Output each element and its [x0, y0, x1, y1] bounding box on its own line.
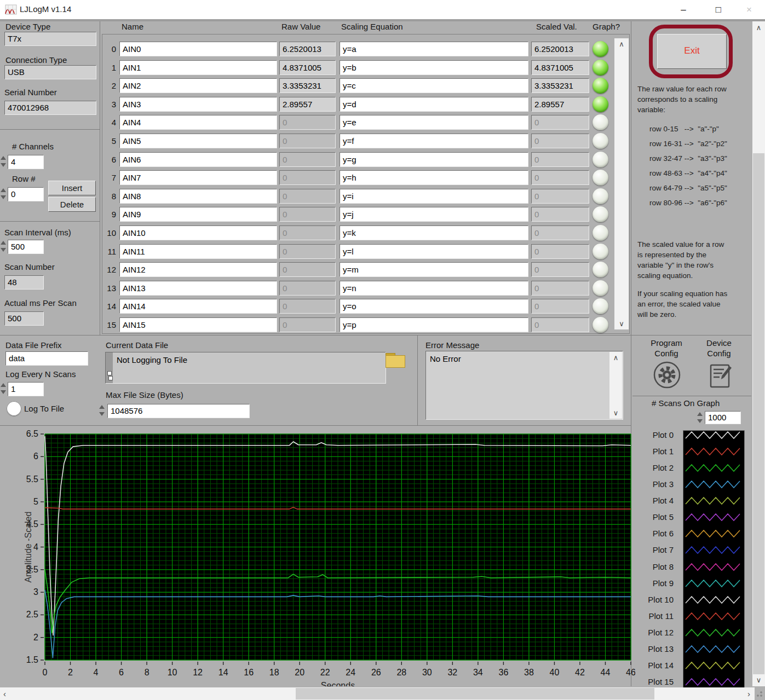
legend-waveform-icon[interactable] — [684, 478, 743, 491]
scaling-equation-field[interactable]: y=n — [340, 281, 528, 296]
log-every-n-stepper[interactable] — [0, 381, 7, 396]
graph-led-indicator[interactable] — [593, 133, 608, 149]
error-scrollbar[interactable]: ∧ ∨ — [609, 352, 622, 419]
scaling-equation-field[interactable]: y=p — [340, 317, 528, 332]
scroll-down-icon[interactable]: ∨ — [752, 676, 765, 684]
graph-led-indicator[interactable] — [593, 206, 608, 222]
scans-on-graph-field[interactable]: 1000 — [705, 411, 741, 424]
channel-name-field[interactable]: AIN9 — [119, 207, 277, 222]
exit-button[interactable]: Exit — [657, 34, 727, 69]
graph-led-indicator[interactable] — [593, 78, 608, 94]
graph-led-indicator[interactable] — [593, 114, 608, 130]
channel-name-field[interactable]: AIN14 — [119, 299, 277, 314]
data-file-prefix-field[interactable]: data — [5, 351, 88, 366]
insert-button[interactable]: Insert — [48, 181, 96, 195]
scan-interval-stepper[interactable] — [0, 239, 7, 253]
channel-name-field[interactable]: AIN4 — [119, 115, 277, 130]
scan-interval-field[interactable]: 500 — [8, 240, 44, 254]
legend-waveform-icon[interactable] — [684, 593, 743, 606]
scaling-equation-field[interactable]: y=h — [340, 170, 528, 185]
scaling-equation-field[interactable]: y=d — [340, 97, 528, 112]
graph-led-indicator[interactable] — [593, 60, 608, 76]
max-file-size-stepper[interactable] — [99, 403, 105, 418]
legend-plot-label[interactable]: Plot 1 — [634, 447, 674, 456]
row-number-field[interactable]: 0 — [8, 187, 44, 201]
legend-plot-label[interactable]: Plot 7 — [634, 545, 674, 554]
legend-plot-label[interactable]: Plot 5 — [634, 512, 674, 522]
channel-name-field[interactable]: AIN0 — [119, 42, 277, 56]
scaling-equation-field[interactable]: y=f — [340, 134, 528, 148]
channel-name-field[interactable]: AIN1 — [119, 60, 277, 75]
maximize-button[interactable]: □ — [709, 2, 728, 18]
channel-name-field[interactable]: AIN2 — [119, 78, 277, 93]
channel-name-field[interactable]: AIN11 — [119, 244, 277, 259]
scaling-equation-field[interactable]: y=o — [340, 299, 528, 314]
legend-plot-label[interactable]: Plot 3 — [634, 479, 674, 489]
legend-waveform-icon[interactable] — [684, 610, 743, 623]
legend-plot-label[interactable]: Plot 0 — [634, 430, 674, 439]
device-config-document-icon[interactable] — [708, 362, 733, 389]
num-channels-stepper[interactable] — [0, 154, 7, 169]
close-button[interactable]: × — [740, 2, 758, 18]
scaling-equation-field[interactable]: y=m — [340, 262, 528, 277]
channel-name-field[interactable]: AIN15 — [119, 317, 277, 332]
graph-led-indicator[interactable] — [593, 41, 608, 57]
minimize-button[interactable]: – — [674, 2, 693, 18]
legend-plot-label[interactable]: Plot 2 — [634, 463, 674, 472]
legend-waveform-icon[interactable] — [684, 494, 743, 507]
graph-led-indicator[interactable] — [593, 96, 608, 112]
row-number-stepper[interactable] — [0, 187, 7, 201]
program-config-gear-icon[interactable] — [653, 361, 681, 389]
scroll-up-icon[interactable]: ∧ — [609, 354, 622, 362]
device-type-field[interactable]: T7x — [4, 32, 96, 46]
scaling-equation-field[interactable]: y=e — [340, 115, 528, 130]
legend-waveform-icon[interactable] — [684, 511, 743, 524]
graph-led-indicator[interactable] — [593, 280, 608, 296]
legend-waveform-icon[interactable] — [684, 560, 743, 574]
num-channels-field[interactable]: 4 — [8, 155, 44, 169]
scaling-equation-field[interactable]: y=c — [340, 78, 528, 93]
legend-waveform-icon[interactable] — [684, 527, 743, 540]
scaling-equation-field[interactable]: y=l — [340, 244, 528, 259]
delete-button[interactable]: Delete — [48, 197, 96, 212]
channel-name-field[interactable]: AIN6 — [119, 152, 277, 167]
scroll-left-icon[interactable]: ‹ — [3, 689, 6, 698]
legend-plot-label[interactable]: Plot 11 — [634, 611, 674, 621]
log-to-file-radio[interactable] — [7, 401, 21, 416]
scroll-right-icon[interactable]: › — [747, 689, 750, 698]
scaling-equation-field[interactable]: y=i — [340, 189, 528, 204]
log-every-n-field[interactable]: 1 — [8, 382, 44, 396]
legend-waveform-icon[interactable] — [684, 543, 743, 557]
channel-name-field[interactable]: AIN8 — [119, 189, 277, 204]
legend-plot-label[interactable]: Plot 8 — [634, 562, 674, 571]
text-scrollbar[interactable] — [106, 352, 113, 383]
channel-name-field[interactable]: AIN10 — [119, 225, 277, 240]
legend-waveform-icon[interactable] — [684, 626, 743, 639]
connection-type-field[interactable]: USB — [4, 65, 96, 79]
legend-waveform-icon[interactable] — [684, 429, 743, 442]
scroll-down-icon[interactable]: ∨ — [614, 320, 629, 328]
scroll-up-icon[interactable]: ∧ — [614, 40, 629, 48]
scroll-up-icon[interactable]: ∧ — [752, 24, 765, 32]
legend-waveform-icon[interactable] — [684, 643, 743, 656]
max-file-size-field[interactable]: 1048576 — [107, 404, 250, 418]
legend-plot-label[interactable]: Plot 12 — [634, 628, 674, 637]
table-scrollbar[interactable]: ∧ ∨ — [614, 38, 629, 329]
legend-waveform-icon[interactable] — [684, 445, 743, 458]
vertical-scrollbar[interactable]: ∧ ∨ — [752, 21, 765, 686]
graph-led-indicator[interactable] — [593, 188, 608, 204]
channel-name-field[interactable]: AIN3 — [119, 97, 277, 112]
legend-waveform-icon[interactable] — [684, 675, 743, 689]
channel-name-field[interactable]: AIN7 — [119, 170, 277, 185]
scans-on-graph-stepper[interactable] — [697, 410, 703, 425]
channel-name-field[interactable]: AIN12 — [119, 262, 277, 277]
scaling-equation-field[interactable]: y=k — [340, 225, 528, 240]
scaling-equation-field[interactable]: y=g — [340, 152, 528, 167]
scaling-equation-field[interactable]: y=a — [340, 42, 528, 56]
vertical-scrollbar-thumb[interactable] — [753, 153, 764, 674]
graph-led-indicator[interactable] — [593, 225, 608, 241]
folder-browse-icon[interactable] — [386, 353, 405, 368]
scaling-equation-field[interactable]: y=b — [340, 60, 528, 75]
legend-plot-label[interactable]: Plot 15 — [634, 677, 674, 686]
legend-plot-label[interactable]: Plot 14 — [634, 661, 674, 670]
